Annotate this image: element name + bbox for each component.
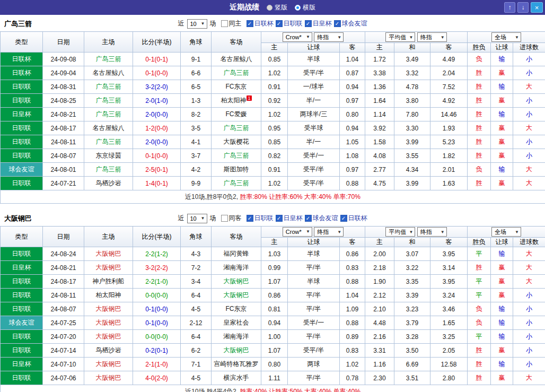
handicap-odds-away: 0.78 [340,371,365,385]
league-filter[interactable]: ✓日联杯 [340,214,367,223]
odds-source-select[interactable]: Crow*▼ [283,32,312,42]
checkbox-checked-icon[interactable]: ✓ [276,20,283,27]
handicap-result: 赢 [491,149,513,163]
outcome-result: 胜 [468,149,491,163]
handicap-result: 赢 [491,135,513,149]
match-type-badge: 日联杯 [1,53,43,66]
odds-time-select[interactable]: 终指▼ [314,32,344,42]
match-type-badge: 球会友谊 [1,163,43,177]
corner-score: 4-3 [181,247,212,261]
checkbox-checked-icon[interactable]: ✓ [247,215,253,222]
away-team-name: 大阪钢巴 [212,275,261,289]
handicap-odds-home: 0.99 [261,261,288,275]
games-label: 场 [210,19,216,28]
match-row: 日皇杯24-07-10大阪钢巴2-1(1-0)7-1宫崎特格瓦雅罗0.80两球1… [1,358,545,371]
corner-score: 9-9 [181,177,212,190]
handicap-odds-away: 1.04 [340,289,365,302]
avg-source-select[interactable]: 平均值▼ [385,32,415,42]
recent-count-select[interactable]: 10 ▼ [187,214,207,223]
handicap-line: 半球 [288,53,340,66]
handicap-odds-away: 1.04 [340,53,365,66]
match-score: 1-2(0-0) [133,121,181,135]
fulltime-select[interactable]: 全场▼ [491,227,521,237]
titlebar-center: 近期战绩 竖版 横版 [0,0,545,15]
avg-source-select[interactable]: 平均值▼ [385,227,415,237]
col-header-score: 比分(半场) [133,32,181,53]
match-row: 日联杯24-09-08广岛三箭0-1(0-1)9-1名古屋鲸八0.85半球1.0… [1,53,545,66]
corner-score: 4-1 [181,135,212,149]
outcome-result: 胜 [468,121,491,135]
outcome-result: 胜 [468,371,491,385]
odds-time-select[interactable]: 终指▼ [314,227,344,237]
home-team-name: 鸟栖沙岩 [84,344,133,358]
widget-title: 近期战绩 [230,3,259,12]
match-score: 4-0(2-0) [133,371,181,385]
move-up-button[interactable]: ↑ [504,2,515,13]
outcome-result: 胜 [468,344,491,358]
checkbox-checked-icon[interactable]: ✓ [340,215,347,222]
same-venue-label: 同客 [229,214,242,223]
away-team-name: 柏太阳神1 [212,94,261,108]
same-venue-checkbox[interactable] [221,215,228,222]
handicap-odds-home: 0.85 [261,135,288,149]
handicap-odds-away: 1.08 [340,149,365,163]
league-filter[interactable]: ✓球会友谊 [305,214,338,223]
avg-odds-draw: 3.07 [394,247,430,261]
radio-horizontal-option[interactable]: 横版 [295,3,315,12]
handicap-line: 受平/半 [288,177,340,190]
same-venue-checkbox[interactable] [221,20,228,27]
checkbox-checked-icon[interactable]: ✓ [334,20,341,27]
avg-odds-draw: 3.30 [394,121,430,135]
checkbox-checked-icon[interactable]: ✓ [276,215,283,222]
handicap-odds-away: 0.89 [340,330,365,344]
team-name-heading: 大阪钢巴 [4,214,32,223]
avg-odds-home: 1.58 [365,135,394,149]
avg-odds-draw: 3.99 [394,135,430,149]
handicap-odds-home: 0.80 [261,358,288,371]
recent-count-select[interactable]: 10 ▼ [187,19,207,29]
match-row: 日皇杯24-08-21广岛三箭2-0(0-0)8-2FC爱媛1.02两球半/三0… [1,108,545,121]
radio-horizontal-label: 横版 [303,3,315,12]
match-score: 2-0(0-0) [133,108,181,121]
league-filter[interactable]: ✓日皇杯 [305,19,332,28]
league-filter[interactable]: ✓日联杯 [247,19,274,28]
handicap-result: 赢 [491,94,513,108]
same-venue-filter[interactable]: 同主 [221,19,242,28]
same-venue-filter[interactable]: 同客 [221,214,242,223]
radio-selected-icon [295,5,301,11]
handicap-result: 输 [491,80,513,94]
league-label: 日联杯 [254,19,274,28]
avg-odds-away: 3.14 [430,261,468,275]
corner-score: 6-2 [181,344,212,358]
avg-odds-away: 14.46 [430,108,468,121]
avg-time-select[interactable]: 终指▼ [417,32,447,42]
chevron-down-icon: ▼ [337,230,341,234]
handicap-odds-home: 0.91 [261,163,288,177]
avg-time-select[interactable]: 终指▼ [417,227,447,237]
fulltime-select[interactable]: 全场▼ [491,32,521,42]
league-filter[interactable]: ✓球会友谊 [334,19,367,28]
match-score: 2-5(0-1) [133,163,181,177]
avg-odds-home: 1.14 [365,108,394,121]
move-down-button[interactable]: ↓ [517,2,529,13]
checkbox-checked-icon[interactable]: ✓ [247,20,253,27]
home-team-name: 广岛三箭 [84,53,133,66]
league-filter[interactable]: ✓日职联 [247,214,274,223]
radio-vertical-option[interactable]: 竖版 [267,3,287,12]
match-score: 3-2(2-2) [133,261,181,275]
handicap-result: 输 [491,108,513,121]
summary-segment: 大率:40% [304,388,333,392]
league-filter[interactable]: ✓日职联 [276,19,303,28]
match-score: 0-1(0-0) [133,149,181,163]
select-value: 全场 [495,33,506,41]
match-date: 24-08-17 [43,275,84,289]
checkbox-checked-icon[interactable]: ✓ [305,215,312,222]
match-row: 日职联24-08-24大阪钢巴2-2(1-2)4-3福冈黄蜂1.03半球0.86… [1,247,545,261]
odds-source-select[interactable]: Crow*▼ [283,227,312,237]
scope-group-header: 全场▼ [468,32,545,43]
subcol-odds-home: 主 [261,43,288,53]
league-filter[interactable]: ✓日皇杯 [276,214,303,223]
close-button[interactable]: × [531,2,543,13]
select-value: Crow* [286,229,302,235]
checkbox-checked-icon[interactable]: ✓ [305,20,312,27]
